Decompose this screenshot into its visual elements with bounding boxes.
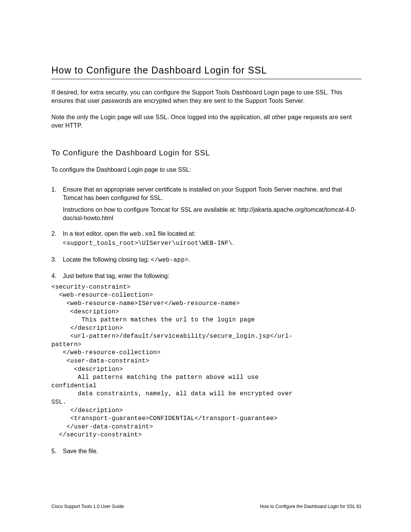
- inline-code: web.xml: [130, 231, 156, 238]
- code-block: <security-constraint> <web-resource-coll…: [51, 283, 362, 439]
- step-2: 2. In a text editor, open the web.xml fi…: [51, 230, 362, 248]
- inline-code: </web-app>: [151, 257, 188, 264]
- step-number: 5.: [51, 447, 56, 455]
- step-text: Save the file.: [63, 448, 98, 454]
- step-3: 3. Locate the following closing tag: </w…: [51, 256, 362, 265]
- step-5: 5. Save the file.: [51, 447, 362, 455]
- step-number: 4.: [51, 272, 56, 280]
- step-text-a: Locate the following closing tag:: [63, 256, 151, 263]
- intro-paragraph-1: If desired, for extra security, you can …: [51, 88, 362, 105]
- section-heading: To Configure the Dashboard Login for SSL: [51, 149, 362, 157]
- step-text-b: .: [188, 256, 190, 263]
- intro-paragraph-2: Note the only the Login page will use SS…: [51, 113, 362, 129]
- footer-left: Cisco Support Tools 1.0 User Guide: [51, 504, 124, 509]
- steps-list: 1. Ensure that an appropriate server cer…: [51, 185, 362, 455]
- title-rule: [51, 79, 362, 79]
- page-footer: Cisco Support Tools 1.0 User Guide How t…: [51, 504, 362, 509]
- step-number: 1.: [51, 185, 56, 194]
- step-1: 1. Ensure that an appropriate server cer…: [51, 185, 362, 222]
- step-text: Ensure that an appropriate server certif…: [63, 186, 342, 201]
- step-text-c: .: [233, 240, 234, 246]
- step-text-a: In a text editor, open the: [63, 230, 130, 237]
- page-title: How to Configure the Dashboard Login for…: [51, 65, 362, 76]
- step-number: 3.: [51, 256, 56, 264]
- step-text-b: file located at:: [156, 230, 195, 237]
- step-subtext: Instructions on how to configure Tomcat …: [63, 206, 362, 222]
- step-text: Just before that tag, enter the followin…: [63, 273, 169, 279]
- inline-code-path: <support_tools_root>\UIServer\uiroot\WEB…: [63, 240, 233, 247]
- page-content: How to Configure the Dashboard Login for…: [0, 0, 411, 455]
- step-4: 4. Just before that tag, enter the follo…: [51, 272, 362, 439]
- footer-right: How to Configure the Dashboard Login for…: [260, 504, 362, 509]
- step-number: 2.: [51, 230, 56, 238]
- section-lead: To configure the Dashboard Login page to…: [51, 166, 362, 174]
